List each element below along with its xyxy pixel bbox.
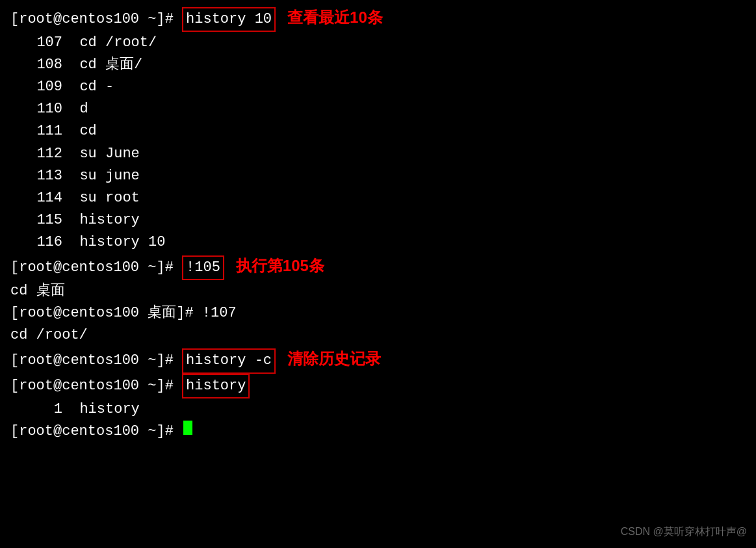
history-item-114: 114 su root xyxy=(10,187,746,209)
num-114: 114 xyxy=(31,187,62,209)
history-item-116: 116 history 10 xyxy=(10,231,746,254)
prompt-history-c: [root@centos100 ~]# xyxy=(10,350,182,372)
num-113: 113 xyxy=(31,165,62,187)
history-item-107: 107 cd /root/ xyxy=(10,32,746,54)
cmd-history10: history 10 xyxy=(182,7,276,32)
num-110: 110 xyxy=(31,98,62,120)
cmd-105: !105 xyxy=(182,255,224,280)
cmd-history-c: history -c xyxy=(182,348,276,373)
cmd-107: cd /root/ xyxy=(79,32,157,54)
cmd-history: history xyxy=(182,374,250,398)
line-1: [root@centos100 ~]# history 10查看最近10条 xyxy=(10,5,746,32)
output-cd-root: cd /root/ xyxy=(10,324,746,346)
history-item-115: 115 history xyxy=(10,209,746,231)
num-115: 115 xyxy=(31,209,62,231)
output-cd-desktop: cd 桌面 xyxy=(10,280,746,302)
prompt-105: [root@centos100 ~]# xyxy=(10,257,182,279)
num-107: 107 xyxy=(31,32,62,54)
watermark: CSDN @莫听穿林打叶声@ xyxy=(621,525,747,539)
cmd-110: d xyxy=(79,98,88,120)
history-item-109: 109 cd - xyxy=(10,76,746,98)
annotation-1: 查看最近10条 xyxy=(287,5,383,29)
num-1: 1 xyxy=(31,398,62,421)
prompt-desktop: [root@centos100 桌面]# xyxy=(10,302,202,324)
terminal: [root@centos100 ~]# history 10查看最近10条 10… xyxy=(0,0,756,548)
cmd-109: cd - xyxy=(79,76,114,98)
line-history-c: [root@centos100 ~]# history -c清除历史记录 xyxy=(10,346,746,373)
final-prompt-line: [root@centos100 ~]# xyxy=(10,421,746,443)
cmd-1: history xyxy=(79,398,139,421)
annotation-105: 执行第105条 xyxy=(236,254,324,278)
num-116: 116 xyxy=(31,231,62,254)
num-108: 108 xyxy=(31,54,62,76)
history-item-110: 110 d xyxy=(10,98,746,120)
cmd-111: cd xyxy=(79,120,96,142)
cmd-114: su root xyxy=(79,187,139,209)
line-107: [root@centos100 桌面]# !107 xyxy=(10,302,746,324)
cmd-112: su June xyxy=(79,143,139,165)
cmd-116: history 10 xyxy=(79,231,165,254)
prompt-history: [root@centos100 ~]# xyxy=(10,375,182,397)
output-text-2: cd /root/ xyxy=(10,324,88,346)
num-109: 109 xyxy=(31,76,62,98)
annotation-history-c: 清除历史记录 xyxy=(287,346,381,371)
cmd-115: history xyxy=(79,209,139,231)
line-105: [root@centos100 ~]# !105执行第105条 xyxy=(10,254,746,280)
final-prompt: [root@centos100 ~]# xyxy=(10,421,182,443)
cmd-107-exec: !107 xyxy=(202,302,237,324)
num-111: 111 xyxy=(31,120,62,142)
line-history: [root@centos100 ~]# history xyxy=(10,374,746,398)
cursor-block xyxy=(183,421,192,435)
output-text-1: cd 桌面 xyxy=(10,280,65,302)
history-item-111: 111 cd xyxy=(10,120,746,142)
history-item-112: 112 su June xyxy=(10,143,746,165)
prompt-1: [root@centos100 ~]# xyxy=(10,8,182,31)
num-112: 112 xyxy=(31,143,62,165)
cmd-113: su june xyxy=(79,165,139,187)
history-item-108: 108 cd 桌面/ xyxy=(10,54,746,76)
history-item-1: 1 history xyxy=(10,398,746,421)
cmd-108: cd 桌面/ xyxy=(79,54,142,76)
history-item-113: 113 su june xyxy=(10,165,746,187)
